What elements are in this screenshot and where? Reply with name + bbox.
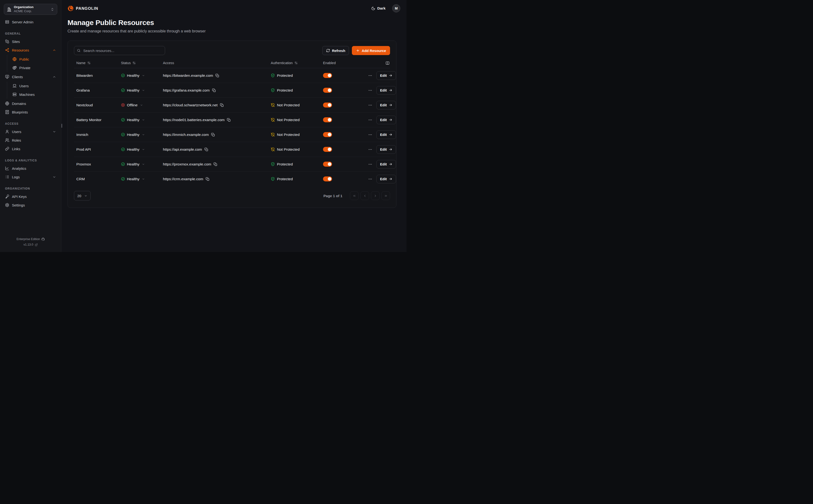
copy-url-button[interactable] xyxy=(204,148,208,151)
edit-button[interactable]: Edit xyxy=(376,145,396,154)
copy-url-button[interactable] xyxy=(227,118,231,122)
laptop-icon xyxy=(12,84,17,88)
enabled-toggle[interactable] xyxy=(323,147,332,152)
sidebar-item-links[interactable]: Links xyxy=(4,144,57,153)
refresh-button[interactable]: Refresh xyxy=(322,46,349,55)
copy-url-button[interactable] xyxy=(215,74,219,77)
sidebar-item-api-keys[interactable]: API Keys xyxy=(4,192,57,201)
header-name[interactable]: Name xyxy=(76,61,121,65)
edit-button[interactable]: Edit xyxy=(376,160,396,169)
enabled-toggle[interactable] xyxy=(323,176,332,181)
version-label: v1.13.0 xyxy=(23,242,33,248)
sidebar-item-domains[interactable]: Domains xyxy=(4,99,57,108)
status-dropdown[interactable]: Healthy xyxy=(121,177,145,181)
edit-button[interactable]: Edit xyxy=(376,71,396,80)
more-actions-button[interactable] xyxy=(367,132,373,137)
table-row: Prod API Healthy https://api.example.com xyxy=(74,142,390,157)
actions-cell: Edit xyxy=(367,130,396,139)
last-page-button[interactable] xyxy=(381,191,390,200)
resources-card: Refresh Add Resource Name Status xyxy=(67,41,396,208)
sidebar-item-analytics[interactable]: Analytics xyxy=(4,164,57,173)
sidebar-item-sites[interactable]: Sites xyxy=(4,37,57,46)
receipt-icon xyxy=(5,110,9,114)
more-actions-button[interactable] xyxy=(367,73,373,78)
auth-cell: Protected xyxy=(271,177,323,181)
sidebar-item-label: Server Admin xyxy=(12,20,33,24)
page-size-select[interactable]: 20 xyxy=(74,191,91,201)
more-actions-button[interactable] xyxy=(367,103,373,108)
enabled-toggle[interactable] xyxy=(323,117,332,122)
sidebar-item-logs[interactable]: Logs xyxy=(4,173,57,181)
edit-button[interactable]: Edit xyxy=(376,130,396,139)
pagination: Page 1 of 1 xyxy=(323,191,390,200)
header-status[interactable]: Status xyxy=(121,61,163,65)
enabled-toggle[interactable] xyxy=(323,162,332,167)
sidebar-item-settings[interactable]: Settings xyxy=(4,201,57,209)
sidebar-item-server-admin[interactable]: Server Admin xyxy=(4,18,57,26)
status-label: Healthy xyxy=(127,162,139,166)
sidebar-item-machines[interactable]: Machines xyxy=(11,90,57,99)
enabled-toggle[interactable] xyxy=(323,88,332,93)
add-resource-button[interactable]: Add Resource xyxy=(352,46,390,55)
copy-url-button[interactable] xyxy=(212,88,216,92)
columns-icon[interactable] xyxy=(385,61,389,65)
toggle-knob xyxy=(328,162,331,166)
edit-button[interactable]: Edit xyxy=(376,116,396,124)
first-page-button[interactable] xyxy=(350,191,358,200)
sidebar-item-public[interactable]: Public xyxy=(11,55,57,63)
more-actions-button[interactable] xyxy=(367,88,373,93)
copy-url-button[interactable] xyxy=(213,162,217,166)
sidebar-item-label: Users xyxy=(12,130,21,134)
status-dropdown[interactable]: Healthy xyxy=(121,162,145,166)
sidebar-item-clients[interactable]: Clients xyxy=(4,72,57,81)
status-dropdown[interactable]: Healthy xyxy=(121,73,145,78)
sidebar-item-resources[interactable]: Resources xyxy=(4,46,57,54)
clients-subnav: Users Machines xyxy=(7,82,57,99)
edit-button[interactable]: Edit xyxy=(376,86,396,95)
prev-page-button[interactable] xyxy=(360,191,369,200)
chevron-right-icon xyxy=(373,194,377,198)
theme-toggle-button[interactable]: Dark xyxy=(370,6,387,11)
edit-button[interactable]: Edit xyxy=(376,101,396,109)
org-selector[interactable]: Organization ACME Corp. xyxy=(4,4,57,15)
auth-label: Not Protected xyxy=(277,147,300,152)
pangolin-logo-icon xyxy=(67,5,74,11)
more-actions-button[interactable] xyxy=(367,162,373,167)
enabled-cell xyxy=(323,88,367,93)
search-input[interactable] xyxy=(74,46,165,55)
sidebar-item-client-users[interactable]: Users xyxy=(11,82,57,90)
status-dropdown[interactable]: Healthy xyxy=(121,133,145,137)
copy-url-button[interactable] xyxy=(220,103,224,107)
status-dropdown[interactable]: Healthy xyxy=(121,118,145,122)
avatar[interactable]: M xyxy=(392,4,400,12)
more-actions-button[interactable] xyxy=(367,147,373,152)
access-cell: https://cloud.schwartznetwork.net xyxy=(163,103,271,107)
sidebar-scrollbar-thumb[interactable] xyxy=(61,124,62,128)
sidebar-item-users[interactable]: Users xyxy=(4,127,57,136)
status-dropdown[interactable]: Healthy xyxy=(121,147,145,152)
status-dropdown[interactable]: Healthy xyxy=(121,88,145,93)
more-actions-button[interactable] xyxy=(367,117,373,123)
header-columns xyxy=(367,61,390,65)
actions-cell: Edit xyxy=(367,101,396,109)
arrow-right-icon xyxy=(389,88,392,92)
status-dropdown[interactable]: Offline xyxy=(121,103,143,107)
enabled-toggle[interactable] xyxy=(323,132,332,137)
enabled-toggle[interactable] xyxy=(323,73,332,78)
external-link-icon[interactable] xyxy=(35,243,38,246)
auth-label: Not Protected xyxy=(277,118,300,122)
copy-url-button[interactable] xyxy=(206,177,209,181)
sidebar-item-blueprints[interactable]: Blueprints xyxy=(4,108,57,116)
resource-name: Bitwarden xyxy=(76,73,121,78)
header-authentication[interactable]: Authentication xyxy=(271,61,323,65)
sidebar-item-private[interactable]: Private xyxy=(11,63,57,72)
status-cell: Healthy xyxy=(121,88,163,93)
sidebar-item-roles[interactable]: Roles xyxy=(4,136,57,144)
github-icon[interactable] xyxy=(41,238,45,241)
enabled-toggle[interactable] xyxy=(323,103,332,108)
edit-button[interactable]: Edit xyxy=(376,175,396,183)
next-page-button[interactable] xyxy=(371,191,379,200)
more-actions-button[interactable] xyxy=(367,176,373,182)
auth-cell: Protected xyxy=(271,162,323,166)
copy-url-button[interactable] xyxy=(211,133,215,137)
